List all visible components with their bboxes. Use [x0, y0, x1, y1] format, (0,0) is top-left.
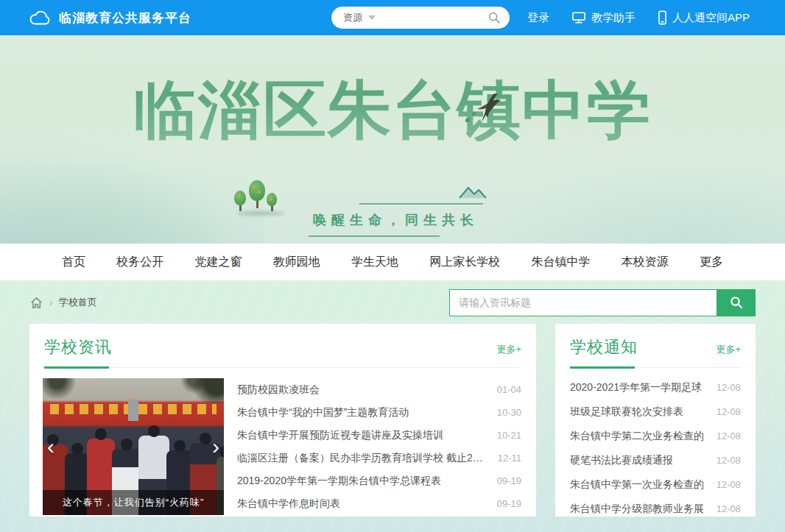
school-news-more-link[interactable]: 更多+ — [496, 343, 521, 356]
teaching-assistant-label: 教学助手 — [591, 11, 636, 25]
news-list-item[interactable]: 2019-2020学年第一学期朱台镇中学总课程表 09-19 — [237, 469, 521, 492]
nav-item-student-world[interactable]: 学生天地 — [347, 255, 403, 270]
notice-item-date: 12-08 — [717, 406, 741, 417]
news-item-date: 09-19 — [497, 498, 521, 509]
platform-brand[interactable]: 临淄教育公共服务平台 — [29, 10, 191, 26]
title-underline — [570, 366, 741, 369]
news-item-title[interactable]: 临淄区注册（备案）民办非学历教育培训学校 截止2019 — [237, 452, 498, 465]
news-list: 预防校园欺凌班会 01-04 朱台镇中学“我的中国梦”主题教育活动 10-30 … — [237, 378, 521, 515]
school-notices-card: 学校通知 更多+ 2020-2021学年第一学期足球 12-08 班级足球联赛轮… — [555, 324, 756, 517]
notice-item-date: 12-08 — [717, 382, 741, 393]
news-item-title[interactable]: 朱台镇中学作息时间表 — [237, 497, 351, 511]
notice-list-item[interactable]: 朱台镇中学分级部教师业务展 12-08 — [570, 497, 741, 521]
notice-item-title[interactable]: 朱台镇中学第一次业务检查的 — [570, 478, 714, 492]
breadcrumb-separator: › — [49, 297, 53, 308]
notice-item-date: 12-08 — [717, 430, 741, 441]
school-notices-title: 学校通知 — [570, 336, 638, 358]
carousel-next-arrow[interactable]: › — [212, 436, 219, 458]
news-item-title[interactable]: 朱台镇中学“我的中国梦”主题教育活动 — [237, 406, 419, 419]
news-item-date: 09-19 — [497, 475, 521, 486]
nav-item-party-building[interactable]: 党建之窗 — [191, 255, 247, 270]
notice-list-item[interactable]: 2020-2021学年第一学期足球 12-08 — [570, 375, 741, 400]
news-item-title[interactable]: 朱台镇中学开展预防近视专题讲座及实操培训 — [237, 429, 454, 442]
school-notices-header: 学校通知 更多+ — [555, 324, 756, 358]
nav-item-zhutai-school[interactable]: 朱台镇中学 — [527, 255, 595, 270]
mountain-icon — [458, 185, 492, 199]
nav-item-more[interactable]: 更多 — [695, 255, 728, 270]
school-name-title: 临淄区朱台镇中学 — [0, 35, 785, 141]
nav-item-teacher-garden[interactable]: 教师园地 — [269, 255, 325, 270]
notice-list-item[interactable]: 硬笔书法比赛成绩通报 12-08 — [570, 448, 741, 472]
news-item-date: 10-21 — [497, 430, 521, 441]
notice-list-item[interactable]: 朱台镇中学第一次业务检查的 12-08 — [570, 472, 741, 497]
notice-item-title[interactable]: 硬笔书法比赛成绩通报 — [570, 454, 683, 467]
notice-item-title[interactable]: 班级足球联赛轮次安排表 — [570, 405, 694, 419]
content-area: › 学校首页 学校资讯 更多+ — [0, 281, 785, 532]
news-carousel-photo[interactable]: ‹ › 这个春节，让我们告别“火药味” — [43, 378, 224, 515]
school-banner: 临淄区朱台镇中学 唤醒生命，同生共长 — [0, 35, 785, 244]
notice-item-date: 12-08 — [717, 479, 741, 490]
renrentong-app-link[interactable]: 人人通空间APP — [658, 10, 750, 25]
breadcrumb-current[interactable]: 学校首页 — [59, 296, 97, 309]
news-list-item[interactable]: 朱台镇中学“我的中国梦”主题教育活动 10-30 — [237, 401, 521, 424]
home-icon[interactable] — [29, 296, 43, 310]
notice-item-title[interactable]: 2020-2021学年第一学期足球 — [570, 381, 712, 394]
photo-speaker — [128, 399, 138, 421]
main-navigation: 首页 校务公开 党建之窗 教师园地 学生天地 网上家长学校 朱台镇中学 本校资源… — [0, 244, 785, 281]
cards-row: 学校资讯 更多+ — [29, 324, 756, 517]
login-label: 登录 — [527, 11, 549, 25]
nav-item-school-resources[interactable]: 本校资源 — [617, 255, 673, 270]
renrentong-app-label: 人人通空间APP — [672, 11, 750, 25]
school-news-title: 学校资讯 — [44, 336, 112, 358]
news-item-date: 01-04 — [497, 384, 521, 395]
news-item-date: 10-30 — [497, 407, 521, 418]
notice-list-item[interactable]: 班级足球联赛轮次安排表 12-08 — [570, 400, 741, 424]
carousel-caption[interactable]: 这个春节，让我们告别“火药味” — [43, 490, 224, 515]
search-category-select[interactable]: 资源 — [343, 11, 362, 24]
breadcrumb: › 学校首页 — [29, 296, 97, 310]
breadcrumb-row: › 学校首页 — [29, 281, 756, 324]
phone-icon — [658, 10, 667, 25]
news-list-item[interactable]: 预防校园欺凌班会 01-04 — [237, 378, 521, 401]
login-link[interactable]: 登录 — [527, 11, 549, 25]
cloud-icon — [29, 10, 52, 26]
news-item-date: 12-11 — [498, 453, 521, 464]
carousel-prev-arrow[interactable]: ‹ — [47, 436, 54, 458]
notice-item-date: 12-08 — [717, 503, 741, 514]
nav-item-school-affairs[interactable]: 校务公开 — [112, 255, 168, 270]
top-links: 登录 教学助手 人人通空间APP — [527, 0, 750, 35]
news-list-item[interactable]: 朱台镇中学开展预防近视专题讲座及实操培训 10-21 — [237, 424, 521, 447]
nav-list: 首页 校务公开 党建之窗 教师园地 学生天地 网上家长学校 朱台镇中学 本校资源… — [0, 244, 785, 280]
news-item-title[interactable]: 2019-2020学年第一学期朱台镇中学总课程表 — [237, 475, 451, 488]
search-icon[interactable] — [487, 11, 501, 24]
banner-slogan: 唤醒生命，同生共长 — [313, 205, 479, 235]
monitor-icon — [571, 11, 586, 24]
nav-item-home[interactable]: 首页 — [57, 255, 90, 270]
teaching-assistant-link[interactable]: 教学助手 — [571, 11, 636, 25]
school-notices-more-link[interactable]: 更多+ — [716, 343, 741, 356]
nav-item-parent-school[interactable]: 网上家长学校 — [425, 255, 504, 270]
notice-item-date: 12-08 — [717, 455, 741, 466]
news-list-item[interactable]: 朱台镇中学作息时间表 09-19 — [237, 492, 521, 515]
news-search-input[interactable] — [449, 289, 717, 316]
top-bar: 临淄教育公共服务平台 资源 登录 教学助手 — [0, 0, 785, 35]
notices-list: 2020-2021学年第一学期足球 12-08 班级足球联赛轮次安排表 12-0… — [555, 369, 756, 521]
top-search-box[interactable]: 资源 — [331, 7, 510, 29]
chevron-down-icon — [368, 15, 376, 20]
platform-title: 临淄教育公共服务平台 — [59, 10, 191, 26]
notice-item-title[interactable]: 朱台镇中学分级部教师业务展 — [570, 503, 714, 516]
news-item-title[interactable]: 预防校园欺凌班会 — [237, 383, 330, 397]
news-list-item[interactable]: 临淄区注册（备案）民办非学历教育培训学校 截止2019 12-11 — [237, 447, 521, 469]
title-underline — [44, 366, 521, 369]
swallow-bird-icon — [471, 93, 510, 127]
news-search-bar — [449, 289, 756, 316]
school-news-card: 学校资讯 更多+ — [29, 324, 536, 517]
school-news-header: 学校资讯 更多+ — [29, 324, 536, 358]
news-search-button[interactable] — [717, 289, 756, 316]
trees-illustration — [234, 175, 286, 216]
banner-slogan-block: 唤醒生命，同生共长 — [313, 203, 479, 237]
notice-item-title[interactable]: 朱台镇中学第二次业务检查的 — [570, 430, 714, 443]
notice-list-item[interactable]: 朱台镇中学第二次业务检查的 12-08 — [570, 424, 741, 448]
